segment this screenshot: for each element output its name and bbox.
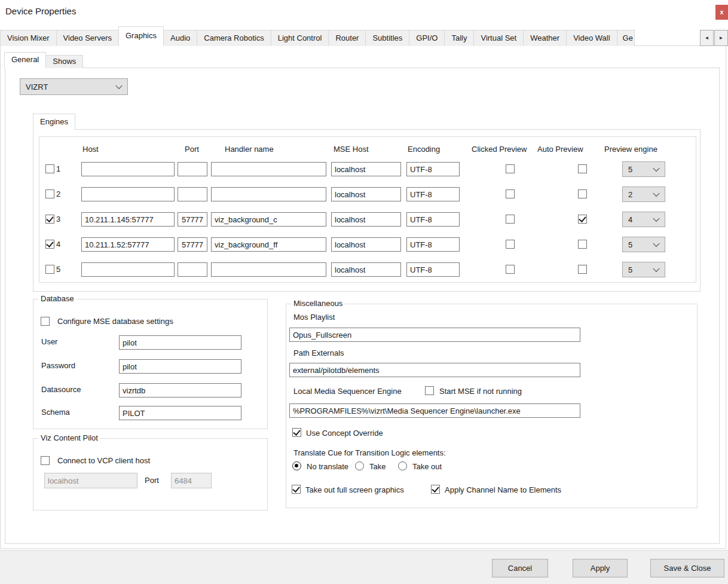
tab-virtual-set[interactable]: Virtual Set bbox=[473, 30, 524, 46]
encoding-input[interactable] bbox=[406, 212, 460, 227]
mse-path-input[interactable] bbox=[289, 403, 580, 418]
port-input[interactable] bbox=[178, 262, 207, 277]
close-button[interactable]: x bbox=[715, 5, 728, 20]
clicked-preview-checkbox[interactable] bbox=[506, 240, 515, 249]
preview-engine-select[interactable]: 2 bbox=[622, 186, 665, 202]
preview-engine-select[interactable]: 5 bbox=[622, 237, 665, 252]
start-mse-checkbox[interactable] bbox=[425, 386, 434, 395]
clicked-preview-checkbox[interactable] bbox=[506, 265, 515, 274]
tab-light-control[interactable]: Light Control bbox=[271, 30, 329, 46]
db-datasource-input[interactable] bbox=[119, 383, 241, 398]
path-externals-input[interactable] bbox=[289, 363, 580, 377]
db-user-input[interactable] bbox=[119, 335, 241, 350]
preview-engine-select[interactable]: 5 bbox=[622, 161, 665, 177]
auto-preview-checkbox[interactable] bbox=[578, 215, 587, 224]
graphics-driver-select[interactable]: VIZRT bbox=[20, 78, 128, 95]
mse-host-input[interactable] bbox=[331, 262, 401, 277]
auto-preview-checkbox[interactable] bbox=[578, 164, 587, 173]
column-header-mse-host: MSE Host bbox=[334, 145, 369, 154]
auto-preview-checkbox[interactable] bbox=[578, 240, 587, 249]
mse-host-input[interactable] bbox=[331, 237, 401, 252]
tab-video-wall[interactable]: Video Wall bbox=[566, 30, 617, 46]
tab-audio[interactable]: Audio bbox=[163, 30, 197, 46]
auto-preview-checkbox[interactable] bbox=[578, 265, 587, 274]
handler-name-input[interactable] bbox=[211, 212, 326, 227]
tab-ge[interactable]: Ge bbox=[617, 30, 635, 46]
auto-preview-checkbox[interactable] bbox=[578, 189, 587, 198]
cancel-button[interactable]: Cancel bbox=[492, 559, 548, 577]
encoding-input[interactable] bbox=[406, 162, 460, 176]
chevron-down-icon bbox=[653, 190, 659, 197]
apply-channel-name-checkbox[interactable] bbox=[431, 485, 440, 494]
vcp-port-input[interactable] bbox=[171, 473, 212, 488]
translate-cue-label: Translate Cue for Transition Logic eleme… bbox=[293, 448, 446, 457]
tab-gpi-o[interactable]: GPI/O bbox=[409, 30, 445, 46]
clicked-preview-checkbox[interactable] bbox=[506, 164, 515, 173]
handler-name-input[interactable] bbox=[211, 162, 326, 176]
engine-enabled-checkbox[interactable] bbox=[45, 265, 54, 274]
tab-subtitles[interactable]: Subtitles bbox=[365, 30, 409, 46]
mse-host-input[interactable] bbox=[331, 212, 401, 227]
column-header-port: Port bbox=[185, 145, 199, 154]
clicked-preview-checkbox[interactable] bbox=[506, 215, 515, 224]
port-input[interactable] bbox=[178, 237, 207, 252]
vcp-host-input[interactable] bbox=[44, 473, 137, 488]
host-input[interactable] bbox=[81, 212, 175, 227]
port-input[interactable] bbox=[178, 162, 207, 176]
engines-table: HostPortHandler nameMSE HostEncodingClic… bbox=[39, 136, 696, 283]
graphics-driver-value: VIZRT bbox=[26, 82, 48, 91]
mse-host-input[interactable] bbox=[331, 187, 401, 201]
engine-row-number: 5 bbox=[56, 265, 60, 274]
clicked-preview-checkbox[interactable] bbox=[506, 189, 515, 198]
engine-enabled-checkbox[interactable] bbox=[45, 215, 54, 224]
tab-router[interactable]: Router bbox=[328, 30, 366, 46]
preview-engine-select[interactable]: 4 bbox=[622, 212, 665, 227]
host-input[interactable] bbox=[81, 262, 175, 277]
tab-scroll-right-button[interactable]: ► bbox=[714, 30, 728, 46]
tab-video-servers[interactable]: Video Servers bbox=[56, 30, 119, 46]
handler-name-input[interactable] bbox=[211, 237, 326, 252]
apply-button[interactable]: Apply bbox=[573, 559, 628, 577]
engine-enabled-checkbox[interactable] bbox=[45, 164, 54, 173]
encoding-input[interactable] bbox=[406, 187, 460, 201]
save-close-button[interactable]: Save & Close bbox=[650, 559, 724, 577]
mos-playlist-input[interactable] bbox=[289, 328, 580, 342]
handler-name-input[interactable] bbox=[211, 262, 326, 277]
tab-scroll-left-button[interactable]: ◄ bbox=[700, 30, 714, 46]
encoding-input[interactable] bbox=[406, 237, 460, 252]
host-input[interactable] bbox=[81, 162, 175, 176]
tab-vision-mixer[interactable]: Vision Mixer bbox=[0, 30, 57, 46]
tab-weather[interactable]: Weather bbox=[523, 30, 567, 46]
tab-engines[interactable]: Engines bbox=[33, 114, 75, 130]
translate-radio-take[interactable] bbox=[355, 461, 364, 470]
engine-row-number: 3 bbox=[56, 215, 60, 224]
translate-radio-take-out[interactable] bbox=[398, 461, 407, 470]
engine-enabled-checkbox[interactable] bbox=[45, 189, 54, 198]
tab-tally[interactable]: Tally bbox=[444, 30, 474, 46]
configure-mse-db-checkbox[interactable] bbox=[41, 317, 50, 326]
subtab-shows[interactable]: Shows bbox=[45, 55, 83, 68]
preview-engine-value: 4 bbox=[628, 215, 632, 224]
mse-host-input[interactable] bbox=[331, 162, 401, 176]
engine-enabled-checkbox[interactable] bbox=[45, 240, 54, 249]
encoding-input[interactable] bbox=[406, 262, 460, 277]
host-input[interactable] bbox=[81, 237, 175, 252]
database-group: Database Configure MSE database settings… bbox=[33, 299, 268, 429]
handler-name-input[interactable] bbox=[211, 187, 326, 201]
port-input[interactable] bbox=[178, 212, 207, 227]
translate-label-no-translate: No translate bbox=[307, 462, 348, 471]
preview-engine-value: 2 bbox=[628, 190, 632, 199]
port-input[interactable] bbox=[178, 187, 207, 201]
subtab-general[interactable]: General bbox=[4, 52, 46, 68]
host-input[interactable] bbox=[81, 187, 175, 201]
preview-engine-select[interactable]: 5 bbox=[622, 262, 665, 277]
translate-radio-no-translate[interactable] bbox=[292, 461, 301, 470]
connect-vcp-checkbox[interactable] bbox=[41, 456, 50, 465]
tab-camera-robotics[interactable]: Camera Robotics bbox=[197, 30, 271, 46]
takeout-fullscreen-checkbox[interactable] bbox=[292, 485, 301, 494]
db-password-input[interactable] bbox=[119, 359, 241, 374]
use-concept-override-checkbox[interactable] bbox=[292, 428, 301, 437]
configure-mse-db-label: Configure MSE database settings bbox=[57, 317, 173, 326]
tab-graphics[interactable]: Graphics bbox=[118, 26, 164, 46]
db-schema-input[interactable] bbox=[119, 406, 241, 420]
